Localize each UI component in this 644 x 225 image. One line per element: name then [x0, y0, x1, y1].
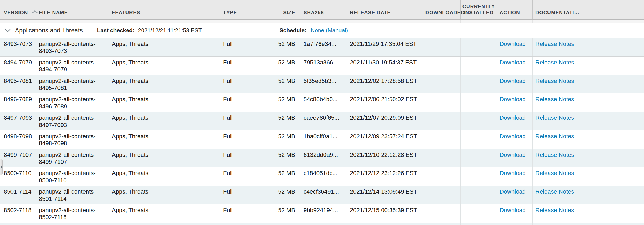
cell-release-date: 2021/12/12 23:12:26 EST [347, 167, 430, 186]
table-row[interactable]: 8503-7125 panupv2-all-contents-8503-7125… [0, 223, 644, 225]
table-row[interactable]: 8497-7093 panupv2-all-contents-8497-7093… [0, 112, 644, 130]
column-header-features[interactable]: FEATURES [109, 0, 220, 19]
cell-type: Full [220, 149, 261, 167]
column-header-downloaded[interactable]: DOWNLOADED [430, 0, 461, 19]
schedule-link[interactable]: None (Manual) [311, 27, 348, 34]
cell-type: Full [220, 38, 261, 56]
cell-version: 8496-7089 [0, 93, 36, 112]
cell-version: 8501-7114 [0, 186, 36, 204]
table-row[interactable]: 8494-7079 panupv2-all-contents-8494-7079… [0, 57, 644, 75]
cell-currently-installed [461, 93, 497, 112]
cell-file-name: panupv2-all-contents-8500-7110 [36, 167, 109, 186]
cell-type: Full [220, 186, 261, 204]
cell-type: Full [220, 167, 261, 186]
table-row[interactable]: 8501-7114 panupv2-all-contents-8501-7114… [0, 186, 644, 204]
cell-type: Full [220, 75, 261, 93]
action-link-download[interactable]: Download [499, 96, 526, 103]
cell-version: 8502-7118 [0, 204, 36, 223]
action-link-download[interactable]: Download [499, 78, 526, 85]
cell-features: Apps, Threats [109, 38, 220, 56]
column-header-currently-installed[interactable]: CURRENTLY INSTALLED [461, 0, 497, 19]
cell-downloaded [430, 112, 461, 130]
table-row[interactable]: 8495-7081 panupv2-all-contents-8495-7081… [0, 75, 644, 94]
cell-version: 8498-7098 [0, 130, 36, 149]
table-row[interactable]: 8493-7073 panupv2-all-contents-8493-7073… [0, 38, 644, 57]
table-row[interactable]: 8499-7107 panupv2-all-contents-8499-7107… [0, 149, 644, 168]
cell-currently-installed [461, 75, 497, 93]
cell-release-date: 2021/12/10 22:12:28 EST [347, 149, 430, 167]
chevron-down-icon[interactable] [4, 28, 11, 33]
cell-features: Apps, Threats [109, 223, 220, 225]
cell-documentation: Release Notes [533, 93, 644, 112]
release-notes-link[interactable]: Release Notes [535, 41, 574, 48]
release-notes-link[interactable]: Release Notes [535, 170, 574, 177]
release-notes-link[interactable]: Release Notes [535, 207, 574, 214]
release-notes-link[interactable]: Release Notes [535, 78, 574, 85]
column-header-label: SHA256 [304, 9, 324, 16]
column-header-label: SIZE [283, 9, 295, 16]
triangle-left-icon [0, 165, 2, 169]
cell-downloaded [430, 204, 461, 223]
cell-action: Download [497, 130, 533, 149]
cell-sha256: 9bb924194... [301, 204, 347, 223]
column-header-version[interactable]: VERSION [0, 0, 36, 19]
collapse-pane-handle[interactable] [0, 159, 3, 175]
release-notes-link[interactable]: Release Notes [535, 133, 574, 140]
cell-action: Download [497, 75, 533, 93]
column-header-file-name[interactable]: FILE NAME [36, 0, 109, 19]
release-notes-link[interactable]: Release Notes [535, 114, 574, 121]
cell-action: Download [497, 204, 533, 223]
action-link-download[interactable]: Download [499, 188, 526, 195]
column-header-type[interactable]: TYPE [220, 0, 261, 19]
column-header-action[interactable]: ACTION [497, 0, 533, 19]
cell-downloaded [430, 186, 461, 204]
cell-version: 8499-7107 [0, 149, 36, 167]
cell-documentation: Release Notes [533, 130, 644, 149]
cell-size: 52 MB [261, 204, 301, 223]
action-link-download[interactable]: Download [499, 151, 526, 158]
release-notes-link[interactable]: Release Notes [535, 96, 574, 103]
release-notes-link[interactable]: Release Notes [535, 151, 574, 158]
dynamic-updates-table: VERSION FILE NAME FEATURES TYPE SIZE SHA… [0, 0, 644, 225]
cell-size: 52 MB [261, 223, 301, 225]
cell-sha256: 1a7f76e34... [301, 38, 347, 56]
action-link-download[interactable]: Download [499, 207, 526, 214]
column-header-label: ACTION [499, 9, 520, 16]
action-link-download[interactable]: Download [499, 170, 526, 177]
cell-sha256: 6132dd0a9... [301, 149, 347, 167]
cell-size: 52 MB [261, 149, 301, 167]
column-header-release-date[interactable]: RELEASE DATE [347, 0, 430, 19]
table-row[interactable]: 8496-7089 panupv2-all-contents-8496-7089… [0, 93, 644, 112]
cell-currently-installed [461, 204, 497, 223]
cell-currently-installed [461, 130, 497, 149]
cell-version: 8497-7093 [0, 112, 36, 130]
cell-sha256: c4ecf36491... [301, 186, 347, 204]
action-link-download[interactable]: Download [499, 133, 526, 140]
table-row[interactable]: 8498-7098 panupv2-all-contents-8498-7098… [0, 130, 644, 149]
cell-action: Download [497, 93, 533, 112]
cell-action: Download [497, 149, 533, 167]
column-header-documentation[interactable]: DOCUMENTATI… [533, 0, 644, 19]
cell-sha256: c184051dc... [301, 167, 347, 186]
action-link-download[interactable]: Download [499, 41, 526, 48]
cell-version: 8494-7079 [0, 57, 36, 75]
cell-currently-installed [461, 57, 497, 75]
group-title: Applications and Threats [15, 27, 83, 34]
cell-version: 8495-7081 [0, 75, 36, 93]
table-row[interactable]: 8500-7110 panupv2-all-contents-8500-7110… [0, 167, 644, 186]
action-link-download[interactable]: Download [499, 59, 526, 66]
column-header-sha256[interactable]: SHA256 [301, 0, 347, 19]
cell-downloaded [430, 75, 461, 93]
cell-file-name: panupv2-all-contents-8493-7073 [36, 38, 109, 56]
column-header-size[interactable]: SIZE [261, 0, 301, 19]
cell-sha256: 1ba0cff0a1... [301, 130, 347, 149]
table-row[interactable]: 8502-7118 panupv2-all-contents-8502-7118… [0, 204, 644, 223]
release-notes-link[interactable]: Release Notes [535, 59, 574, 66]
update-group-row: Applications and Threats Last checked: 2… [0, 23, 644, 38]
cell-size: 52 MB [261, 186, 301, 204]
release-notes-link[interactable]: Release Notes [535, 188, 574, 195]
cell-size: 52 MB [261, 167, 301, 186]
cell-features: Apps, Threats [109, 93, 220, 112]
action-link-download[interactable]: Download [499, 114, 526, 121]
cell-action: Download [497, 112, 533, 130]
